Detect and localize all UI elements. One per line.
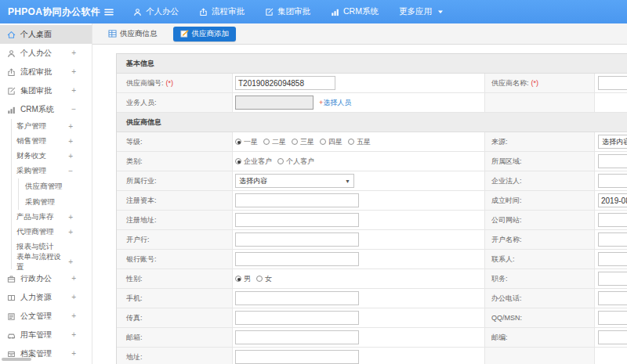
email-input[interactable] xyxy=(235,330,359,344)
category-option[interactable]: 个人客户 xyxy=(277,157,314,167)
fax-input[interactable] xyxy=(235,311,359,325)
sidebar-item-supplier-mgmt[interactable]: 供应商管理 xyxy=(19,178,92,194)
expand-icon[interactable]: + xyxy=(68,138,73,146)
expand-icon[interactable]: + xyxy=(68,229,73,236)
expand-icon[interactable]: + xyxy=(71,49,76,57)
field-label-text: 成立时间: xyxy=(491,196,522,206)
industry-select[interactable]: 选择内容▼ xyxy=(235,174,354,188)
expand-icon[interactable]: + xyxy=(71,68,76,76)
registered-address-input[interactable] xyxy=(235,213,359,227)
sidebar-item-label: 公文管理 xyxy=(20,311,52,322)
sidebar-item-label: 流程审批 xyxy=(20,67,52,77)
tab-supplier-add[interactable]: 供应商添加 xyxy=(173,27,237,41)
supplier-code-input[interactable] xyxy=(235,76,335,90)
level-option[interactable]: 一星 xyxy=(235,137,258,147)
field-label: 供应商编号:(*) xyxy=(117,74,233,92)
nav-item-group-approval[interactable]: 集团审批 xyxy=(265,6,310,17)
field-cell xyxy=(595,171,627,190)
expand-icon[interactable]: + xyxy=(68,258,73,266)
collapse-icon[interactable]: − xyxy=(68,168,73,175)
level-option[interactable]: 二星 xyxy=(263,137,286,147)
website-input[interactable] xyxy=(598,213,627,227)
radio-unchecked-icon[interactable] xyxy=(277,158,284,164)
qq-msn-input[interactable] xyxy=(598,311,627,325)
expand-icon[interactable]: + xyxy=(71,331,76,339)
bank-account-input[interactable] xyxy=(235,252,359,266)
tab-supplier-info[interactable]: 供应商信息 xyxy=(103,27,162,41)
sidebar-item-purchase-mgmt-sub[interactable]: 采购管理 xyxy=(19,194,92,210)
registered-capital-input[interactable] xyxy=(235,193,359,207)
expand-icon[interactable]: + xyxy=(71,275,76,283)
expand-icon[interactable]: + xyxy=(71,350,76,358)
contact-person-input[interactable] xyxy=(598,252,627,266)
category-option[interactable]: 企业客户 xyxy=(235,157,272,167)
nav-item-personal-office[interactable]: 个人办公 xyxy=(133,6,179,17)
sidebar-item-admin-office[interactable]: 行政办公+ xyxy=(0,269,92,288)
position-input[interactable] xyxy=(598,272,627,286)
office-phone-input[interactable] xyxy=(598,291,627,305)
sidebar-item-sales-mgmt[interactable]: 销售管理+ xyxy=(12,134,92,149)
radio-checked-icon[interactable] xyxy=(235,158,241,164)
postcode-input[interactable] xyxy=(598,330,627,344)
expand-icon[interactable]: + xyxy=(68,214,73,222)
sidebar-item-crm-system[interactable]: CRM系统− xyxy=(0,100,92,119)
sidebar-item-finance-mgmt[interactable]: 财务收支+ xyxy=(12,149,92,164)
account-name-input[interactable] xyxy=(598,232,627,247)
field-label-text: 传真: xyxy=(126,313,143,323)
expand-icon[interactable]: + xyxy=(68,153,73,160)
app-logo: PHPOA协同办公软件 xyxy=(0,5,103,19)
sidebar-item-group-approval[interactable]: 集团审批+ xyxy=(0,81,92,100)
level-option[interactable]: 三星 xyxy=(292,137,314,147)
radio-unchecked-icon[interactable] xyxy=(256,276,263,282)
expand-icon[interactable]: + xyxy=(71,294,76,301)
nav-item-more-apps[interactable]: 更多应用 xyxy=(399,6,444,17)
sidebar-item-customer-mgmt[interactable]: 客户管理+ xyxy=(12,119,92,134)
expand-icon[interactable]: + xyxy=(71,87,76,95)
sidebar-item-personal-desktop[interactable]: 个人桌面 xyxy=(0,25,92,44)
sidebar-item-product-inventory[interactable]: 产品与库存+ xyxy=(12,210,92,225)
level-option[interactable]: 四星 xyxy=(320,137,342,147)
gender-option[interactable]: 男 xyxy=(235,274,251,284)
radio-checked-icon[interactable] xyxy=(235,139,241,145)
radio-unchecked-icon[interactable] xyxy=(348,139,354,145)
expand-icon[interactable]: + xyxy=(68,123,73,131)
founded-date-input[interactable] xyxy=(598,193,627,207)
sidebar-item-document-mgmt[interactable]: 公文管理+ xyxy=(0,307,92,326)
level-option[interactable]: 五星 xyxy=(348,137,371,147)
field-cell: 企业客户个人客户 xyxy=(233,152,485,171)
nav-item-workflow-approval[interactable]: 流程审批 xyxy=(199,6,245,17)
radio-checked-icon[interactable] xyxy=(235,276,241,282)
sidebar-horizontal-scrollbar[interactable] xyxy=(2,358,31,361)
supplier-name-input[interactable] xyxy=(598,76,627,90)
sidebar-item-human-resources[interactable]: 人力资源+ xyxy=(0,288,92,307)
radio-unchecked-icon[interactable] xyxy=(263,139,270,145)
sidebar-item-agent-mgmt[interactable]: 代理商管理+ xyxy=(12,225,92,240)
field-label-text: 来源: xyxy=(491,137,508,147)
sidebar-item-purchase-mgmt[interactable]: 采购管理− xyxy=(12,164,92,178)
radio-unchecked-icon[interactable] xyxy=(320,139,326,145)
sidebar-item-personal-office[interactable]: 个人办公+ xyxy=(0,44,92,63)
mobile-input[interactable] xyxy=(235,291,359,305)
bank-branch-input[interactable] xyxy=(235,232,359,247)
field-label: 注册地址: xyxy=(117,211,233,229)
sidebar-item-form-workflow-settings[interactable]: 表单与流程设置+ xyxy=(12,254,92,269)
choose-person-link[interactable]: +选择人员 xyxy=(319,98,351,108)
collapse-icon[interactable]: − xyxy=(71,106,76,114)
table-icon xyxy=(108,30,117,38)
expand-icon[interactable]: + xyxy=(71,312,76,320)
region-input[interactable] xyxy=(598,154,627,168)
field-cell xyxy=(595,348,627,364)
gender-option[interactable]: 女 xyxy=(256,274,272,284)
radio-unchecked-icon[interactable] xyxy=(292,139,298,145)
field-cell xyxy=(233,308,485,327)
nav-item-crm-system[interactable]: CRM系统 xyxy=(331,6,379,17)
legal-person-input[interactable] xyxy=(598,174,627,188)
source-select[interactable]: 选择内容▼ xyxy=(598,135,627,149)
sidebar-item-label: 产品与库存 xyxy=(16,212,54,222)
sales-person-input[interactable] xyxy=(235,96,314,110)
address-input[interactable] xyxy=(235,350,359,364)
sidebar-item-vehicle-mgmt[interactable]: 用车管理+ xyxy=(0,326,92,344)
form-row: 等级:一星二星三星四星五星来源:选择内容▼ xyxy=(117,132,627,152)
sidebar-item-workflow-approval[interactable]: 流程审批+ xyxy=(0,63,92,81)
hamburger-menu-icon[interactable] xyxy=(103,8,116,16)
